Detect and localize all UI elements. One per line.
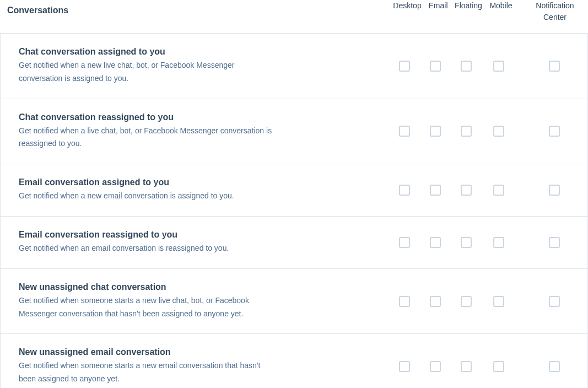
checkbox-desktop[interactable] xyxy=(399,185,410,196)
column-header-notification-center: Notification Center xyxy=(533,0,577,23)
checkbox-notification-center[interactable] xyxy=(549,61,560,72)
row-description: Get notified when a new email conversati… xyxy=(19,190,272,203)
checkbox-mobile[interactable] xyxy=(493,296,504,307)
checkbox-notification-center[interactable] xyxy=(549,185,560,196)
row-description: Get notified when a live chat, bot, or F… xyxy=(19,125,272,151)
checkbox-desktop[interactable] xyxy=(399,61,410,72)
checkbox-mobile[interactable] xyxy=(493,361,504,372)
row-description: Get notified when someone starts a new l… xyxy=(19,294,272,321)
column-header-mobile: Mobile xyxy=(485,0,516,12)
checkbox-email[interactable] xyxy=(430,61,441,72)
checkbox-floating[interactable] xyxy=(461,126,472,137)
row-title: New unassigned email conversation xyxy=(19,347,367,357)
checkbox-notification-center[interactable] xyxy=(549,361,560,372)
checkbox-email[interactable] xyxy=(430,126,441,137)
checkbox-notification-center[interactable] xyxy=(549,126,560,137)
checkbox-mobile[interactable] xyxy=(493,61,504,72)
checkbox-floating[interactable] xyxy=(461,237,472,248)
checkbox-floating[interactable] xyxy=(461,61,472,72)
checkbox-desktop[interactable] xyxy=(399,126,410,137)
checkbox-notification-center[interactable] xyxy=(549,237,560,248)
column-header-floating: Floating xyxy=(451,0,485,12)
checkbox-floating[interactable] xyxy=(461,185,472,196)
row-title: Chat conversation assigned to you xyxy=(19,47,367,57)
column-header-email: Email xyxy=(425,0,451,12)
row-title: New unassigned chat conversation xyxy=(19,282,367,292)
row-description: Get notified when an email conversation … xyxy=(19,242,272,255)
row-title: Chat conversation reassigned to you xyxy=(19,112,367,122)
checkbox-email[interactable] xyxy=(430,237,441,248)
checkbox-desktop[interactable] xyxy=(399,237,410,248)
column-headers: Desktop Email Floating Mobile Notificati… xyxy=(390,0,588,23)
row-title: Email conversation assigned to you xyxy=(19,177,367,187)
checkbox-floating[interactable] xyxy=(461,296,472,307)
checkbox-floating[interactable] xyxy=(461,361,472,372)
checkbox-notification-center[interactable] xyxy=(549,296,560,307)
checkbox-email[interactable] xyxy=(430,296,441,307)
checkbox-email[interactable] xyxy=(430,361,441,372)
table-row: Chat conversation reassigned to you Get … xyxy=(1,99,587,165)
table-row: Email conversation assigned to you Get n… xyxy=(1,164,587,217)
checkbox-email[interactable] xyxy=(430,185,441,196)
checkbox-mobile[interactable] xyxy=(493,126,504,137)
table-row: Email conversation reassigned to you Get… xyxy=(1,217,587,269)
row-description: Get notified when a new live chat, bot, … xyxy=(19,59,272,85)
notifications-table: Chat conversation assigned to you Get no… xyxy=(0,33,588,388)
row-title: Email conversation reassigned to you xyxy=(19,230,367,240)
table-row: New unassigned email conversation Get no… xyxy=(1,334,587,388)
checkbox-desktop[interactable] xyxy=(399,296,410,307)
header-row: Conversations Desktop Email Floating Mob… xyxy=(0,0,588,33)
checkbox-mobile[interactable] xyxy=(493,237,504,248)
checkbox-mobile[interactable] xyxy=(493,185,504,196)
table-row: Chat conversation assigned to you Get no… xyxy=(1,34,587,99)
section-title: Conversations xyxy=(7,0,390,15)
column-header-desktop: Desktop xyxy=(390,0,425,12)
row-description: Get notified when someone starts a new e… xyxy=(19,359,272,386)
table-row: New unassigned chat conversation Get not… xyxy=(1,269,587,335)
checkbox-desktop[interactable] xyxy=(399,361,410,372)
